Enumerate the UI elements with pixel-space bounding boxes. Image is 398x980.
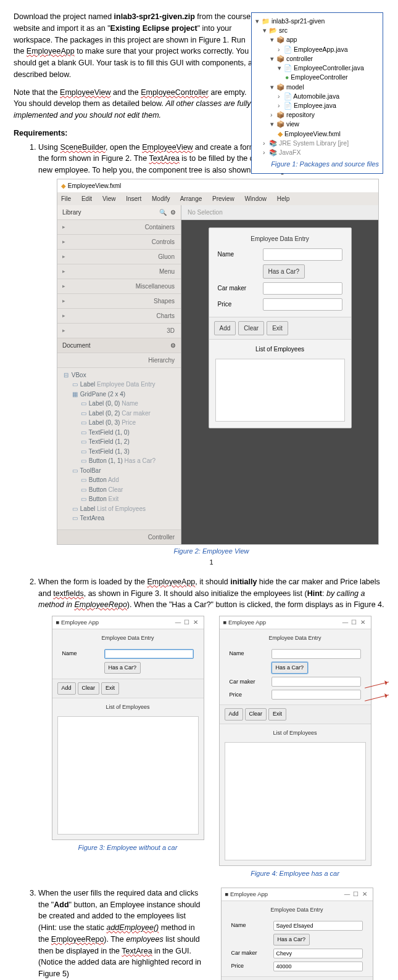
employeeapp-link: EmployeeApp [27, 47, 75, 55]
page-number: 1 [38, 557, 384, 568]
employees-textarea[interactable] [215, 359, 345, 422]
figure5-app: ■ Employee App —☐✕ Employee Data Entry N… [221, 888, 373, 980]
menu-preview[interactable]: Preview [212, 195, 234, 202]
figure1-caption: Figure 1: Packages and source files [255, 160, 379, 169]
gear-icon[interactable]: ⚙ [170, 341, 176, 350]
exit-button[interactable]: Exit [101, 682, 119, 695]
carmaker-input[interactable] [272, 677, 361, 687]
clear-button[interactable]: Clear [78, 682, 100, 695]
menu-window[interactable]: Window [244, 195, 267, 202]
price-input[interactable] [263, 298, 342, 311]
document-label: Document [62, 342, 91, 349]
label-price: Price [218, 300, 258, 309]
carmaker-input[interactable]: Chevy [273, 949, 363, 958]
controller-head: Controller [148, 533, 175, 542]
acc-controls[interactable]: Controls [152, 237, 175, 247]
package-tree: ▾📁 inlab3-spr21-given ▾📂 src ▾📦 app ›📄 E… [251, 12, 383, 174]
label-carmaker: Car maker [218, 284, 258, 293]
price-input[interactable]: 40000 [273, 962, 363, 971]
add-button[interactable]: Add [57, 682, 76, 695]
has-car-button[interactable]: Has a Car? [263, 264, 305, 279]
minimize-icon[interactable]: — [174, 618, 183, 627]
menu-insert[interactable]: Insert [126, 195, 141, 202]
acc-containers[interactable]: Containers [145, 223, 175, 232]
name-input[interactable] [263, 248, 342, 261]
menu-view[interactable]: View [102, 195, 116, 202]
req-1: Using SceneBuilder, open the EmployeeVie… [38, 142, 384, 568]
menu-arrange[interactable]: Arrange [180, 195, 202, 202]
name-input[interactable] [104, 649, 194, 659]
hierarchy-head: Hierarchy [148, 356, 175, 365]
close-icon[interactable]: ✕ [191, 618, 200, 627]
employees-textarea[interactable] [225, 742, 366, 860]
window-title: EmployeeView.fxml [68, 182, 122, 189]
label-name: Name [218, 250, 258, 259]
exit-button[interactable]: Exit [267, 321, 288, 335]
clear-button[interactable]: Clear [238, 321, 264, 335]
acc-charts[interactable]: Charts [157, 311, 175, 321]
name-input[interactable]: Sayed Elsayed [273, 921, 363, 931]
acc-3d[interactable]: 3D [167, 326, 175, 335]
figure4-app: ■ Employee App —☐✕ Employee Data Entry N… [219, 616, 371, 866]
menu-modify[interactable]: Modify [152, 195, 170, 202]
exit-button[interactable]: Exit [268, 708, 286, 721]
figure3-app: ■ Employee App —☐✕ Employee Data Entry N… [52, 616, 204, 840]
acc-misc[interactable]: Miscellaneous [136, 282, 175, 291]
menu-file[interactable]: File [61, 195, 71, 202]
acc-shapes[interactable]: Shapes [154, 296, 175, 306]
add-button[interactable]: Add [225, 708, 243, 721]
add-button[interactable]: Add [214, 321, 236, 335]
has-car-button[interactable]: Has a Car? [104, 662, 141, 674]
intro-p2: Note that the EmployeeView and the Emplo… [14, 87, 257, 121]
component-hierarchy: ⊟ VBox ▭ Label Employee Data Entry ▦ Gri… [57, 368, 181, 529]
figure4-caption: Figure 4: Employee has a car [219, 868, 371, 879]
search-icon[interactable]: 🔍 ⚙ [159, 208, 176, 217]
clear-button[interactable]: Clear [245, 708, 267, 721]
has-car-button[interactable]: Has a Car? [272, 662, 309, 674]
menu-help[interactable]: Help [277, 195, 290, 202]
name-input[interactable] [272, 649, 361, 659]
acc-gluon[interactable]: Gluon [158, 252, 175, 261]
list-title: List of Employees [209, 340, 351, 359]
intro-p1: Download the project named inlab3-spr21-… [14, 11, 257, 81]
no-selection: No Selection [181, 205, 378, 220]
menu-edit[interactable]: Edit [81, 195, 92, 202]
req-3: When the user fills the required data an… [38, 888, 384, 980]
figure2-caption: Figure 2: Employee View [38, 546, 384, 557]
has-car-button[interactable]: Has a Car? [273, 934, 310, 946]
price-input[interactable] [272, 690, 361, 700]
form-preview: Employee Data Entry Name Has a Car? Car … [209, 227, 352, 428]
menubar[interactable]: File Edit View Insert Modify Arrange Pre… [57, 192, 378, 205]
scenebuilder-window: ◆ EmployeeView.fxml File Edit View Inser… [57, 179, 379, 545]
acc-menu[interactable]: Menu [159, 267, 175, 276]
form-title: Employee Data Entry [209, 228, 351, 248]
req-2: When the form is loaded by the EmployeeA… [38, 576, 384, 879]
figure3-caption: Figure 3: Employee without a car [52, 843, 204, 853]
maximize-icon[interactable]: ☐ [183, 618, 191, 627]
library-label: Library [62, 208, 81, 217]
carmaker-input[interactable] [263, 282, 342, 295]
employees-textarea[interactable] [57, 716, 199, 835]
